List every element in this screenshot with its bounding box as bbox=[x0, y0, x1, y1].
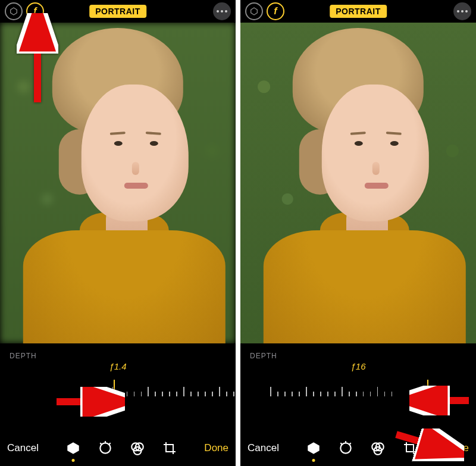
photo-preview bbox=[0, 23, 236, 343]
aperture-value: ƒ16 bbox=[250, 361, 466, 371]
more-button[interactable] bbox=[453, 2, 471, 20]
photo-subject bbox=[258, 28, 472, 343]
done-button[interactable]: Done bbox=[444, 442, 469, 454]
mode-badge[interactable]: PORTRAIT bbox=[89, 5, 146, 18]
svg-point-11 bbox=[340, 443, 350, 453]
selected-tool-indicator bbox=[72, 459, 75, 462]
aperture-button[interactable]: f bbox=[267, 2, 284, 20]
svg-line-4 bbox=[109, 443, 111, 444]
svg-line-13 bbox=[350, 443, 351, 444]
portrait-tool-icon[interactable] bbox=[305, 439, 322, 457]
photo-subject bbox=[17, 28, 231, 343]
svg-marker-1 bbox=[67, 442, 79, 454]
depth-slider[interactable] bbox=[10, 375, 226, 401]
depth-label: DEPTH bbox=[10, 352, 226, 360]
crop-tool-icon[interactable] bbox=[401, 439, 419, 457]
aperture-value: ƒ1.4 bbox=[10, 361, 226, 371]
svg-marker-10 bbox=[308, 442, 320, 454]
adjust-tool-icon[interactable] bbox=[337, 439, 355, 457]
lighting-icon[interactable] bbox=[245, 2, 263, 20]
filters-tool-icon[interactable] bbox=[129, 439, 146, 457]
lighting-icon[interactable] bbox=[5, 2, 23, 20]
aperture-button[interactable]: f bbox=[26, 2, 44, 20]
screenshot-left: f PORTRAIT DEPTH ƒ1.4 Canc bbox=[0, 0, 236, 466]
svg-line-5 bbox=[100, 443, 101, 444]
top-bar: f PORTRAIT bbox=[240, 0, 476, 23]
svg-point-2 bbox=[100, 443, 110, 453]
svg-line-14 bbox=[340, 443, 342, 444]
depth-control-panel: DEPTH ƒ1.4 bbox=[0, 343, 236, 430]
depth-slider[interactable] bbox=[250, 375, 466, 401]
adjust-tool-icon[interactable] bbox=[96, 439, 114, 457]
selected-tool-indicator bbox=[312, 459, 315, 462]
screenshot-right: f PORTRAIT DEPTH ƒ16 Cance bbox=[240, 0, 476, 466]
cancel-button[interactable]: Cancel bbox=[7, 442, 39, 454]
done-button[interactable]: Done bbox=[204, 442, 228, 454]
bottom-toolbar: Cancel Done bbox=[240, 430, 476, 466]
depth-control-panel: DEPTH ƒ16 bbox=[240, 343, 476, 430]
cancel-button[interactable]: Cancel bbox=[248, 442, 279, 454]
photo-preview bbox=[240, 23, 476, 343]
svg-marker-0 bbox=[11, 8, 17, 15]
more-button[interactable] bbox=[213, 2, 231, 20]
portrait-tool-icon[interactable] bbox=[64, 439, 82, 457]
top-bar: f PORTRAIT bbox=[0, 0, 236, 23]
crop-tool-icon[interactable] bbox=[161, 439, 178, 457]
bottom-toolbar: Cancel Done bbox=[0, 430, 236, 466]
mode-badge[interactable]: PORTRAIT bbox=[330, 5, 387, 18]
svg-marker-9 bbox=[251, 8, 258, 15]
filters-tool-icon[interactable] bbox=[369, 439, 387, 457]
depth-label: DEPTH bbox=[250, 352, 466, 360]
